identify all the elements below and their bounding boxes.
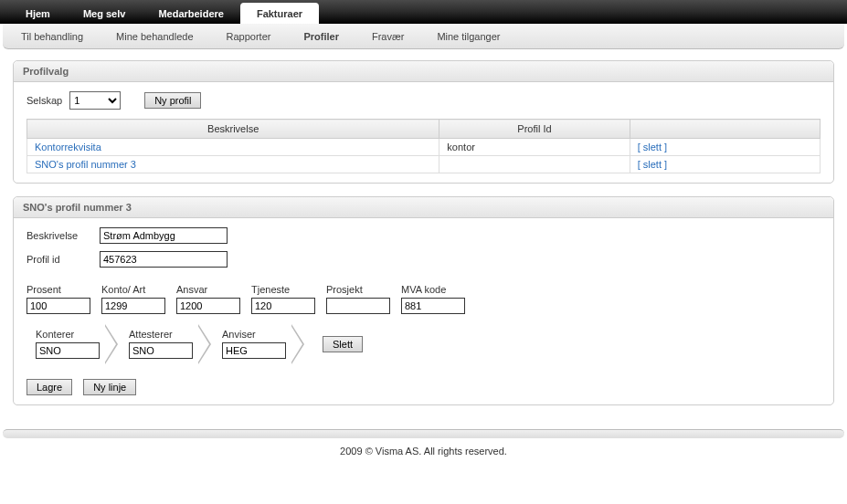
tab-medarbeidere[interactable]: Medarbeidere <box>142 3 240 24</box>
copyright: 2009 © Visma AS. All rights reserved. <box>0 438 847 464</box>
table-row: SNO's profil nummer 3 [ slett ] <box>27 156 821 173</box>
page-content: Profilvalg Selskap 1 Ny profil Beskrivel… <box>0 49 847 429</box>
slett-button[interactable]: Slett <box>323 336 363 352</box>
cell-profil-id <box>439 156 630 173</box>
sub-tabs: Til behandling Mine behandlede Rapporter… <box>3 24 844 49</box>
subtab-til-behandling[interactable]: Til behandling <box>21 31 83 42</box>
anviser-input[interactable] <box>222 342 286 359</box>
profil-table: Beskrivelse Profil Id Kontorrekvisita ko… <box>26 119 821 173</box>
profil-id-label: Profil id <box>26 254 90 265</box>
konterer-block: Konterer <box>26 325 109 362</box>
cell-profil-id: kontor <box>439 139 630 156</box>
lagre-button[interactable]: Lagre <box>26 379 72 395</box>
prosjekt-input[interactable] <box>326 298 390 314</box>
beskrivelse-label: Beskrivelse <box>26 230 90 241</box>
tjeneste-label: Tjeneste <box>251 284 315 295</box>
prosjekt-label: Prosjekt <box>326 284 390 295</box>
slett-link[interactable]: [ slett ] <box>638 159 667 170</box>
subtab-fravaer[interactable]: Fravær <box>372 31 404 42</box>
anviser-block: Anviser <box>202 325 295 362</box>
footer-bar <box>3 429 844 438</box>
attesterer-block: Attesterer <box>109 325 202 362</box>
konterer-label: Konterer <box>36 329 100 340</box>
konterer-input[interactable] <box>36 342 100 359</box>
prosent-input[interactable] <box>26 298 90 314</box>
table-row: Kontorrekvisita kontor [ slett ] <box>27 139 821 156</box>
ansvar-input[interactable] <box>176 298 240 314</box>
col-action <box>630 120 820 139</box>
profilvalg-title: Profilvalg <box>14 61 833 82</box>
profilvalg-panel: Profilvalg Selskap 1 Ny profil Beskrivel… <box>13 60 834 184</box>
beskrivelse-input[interactable] <box>100 227 228 244</box>
main-tabs: Hjem Meg selv Medarbeidere Fakturaer <box>0 0 847 24</box>
slett-link[interactable]: [ slett ] <box>638 142 667 152</box>
anviser-label: Anviser <box>222 329 286 340</box>
subtab-mine-tilganger[interactable]: Mine tilganger <box>437 31 500 42</box>
col-beskrivelse: Beskrivelse <box>27 120 439 139</box>
tab-fakturaer[interactable]: Fakturaer <box>240 3 319 24</box>
selskap-label: Selskap <box>26 95 62 106</box>
ansvar-label: Ansvar <box>176 284 240 295</box>
konto-art-input[interactable] <box>101 298 165 314</box>
profil-detail-panel: SNO's profil nummer 3 Beskrivelse Profil… <box>13 196 834 405</box>
subtab-rapporter[interactable]: Rapporter <box>227 31 271 42</box>
profil-id-input[interactable] <box>100 251 228 268</box>
tjeneste-input[interactable] <box>251 298 315 314</box>
col-profil-id: Profil Id <box>439 120 630 139</box>
attesterer-label: Attesterer <box>129 329 193 340</box>
ny-linje-button[interactable]: Ny linje <box>83 379 136 395</box>
profil-link[interactable]: SNO's profil nummer 3 <box>35 159 136 170</box>
profil-link[interactable]: Kontorrekvisita <box>35 142 101 152</box>
mva-kode-label: MVA kode <box>401 284 465 295</box>
subtab-mine-behandlede[interactable]: Mine behandlede <box>116 31 193 42</box>
mva-kode-input[interactable] <box>401 298 465 314</box>
tab-hjem[interactable]: Hjem <box>9 3 67 24</box>
ny-profil-button[interactable]: Ny profil <box>144 92 201 109</box>
attesterer-input[interactable] <box>129 342 193 359</box>
prosent-label: Prosent <box>26 284 90 295</box>
selskap-select[interactable]: 1 <box>69 91 121 110</box>
konto-art-label: Konto/ Art <box>101 284 165 295</box>
tab-meg-selv[interactable]: Meg selv <box>67 3 142 24</box>
profil-detail-title: SNO's profil nummer 3 <box>14 197 833 218</box>
subtab-profiler[interactable]: Profiler <box>303 31 339 42</box>
